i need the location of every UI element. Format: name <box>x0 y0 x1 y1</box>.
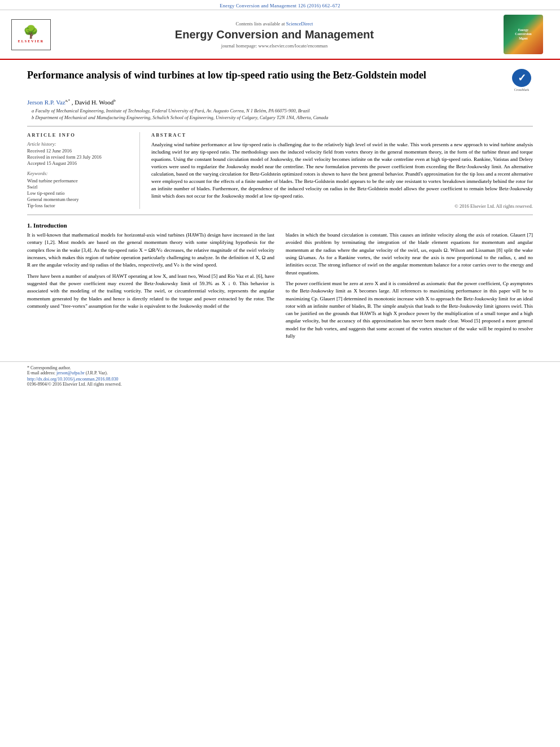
article-title: Performance analysis of wind turbines at… <box>27 69 510 82</box>
body-para-4: The power coefficient must be zero at ze… <box>286 280 533 340</box>
crossmark-circle: ✓ <box>512 69 531 87</box>
body-para-1: It is well-known that mathematical model… <box>27 231 274 269</box>
author1-link[interactable]: Jerson R.P. Vaz <box>27 99 65 106</box>
journal-banner: 🌳 ELSEVIER Contents lists available at S… <box>0 10 560 60</box>
body-col-left: It is well-known that mathematical model… <box>27 231 274 343</box>
info-abstract-section: ARTICLE INFO Article history: Received 1… <box>27 132 533 209</box>
journal-title: Energy Conversion and Management <box>56 28 492 41</box>
issn-line: 0196-8904/© 2016 Elsevier Ltd. All right… <box>27 382 121 387</box>
author2-name: , David H. Wood <box>72 99 113 106</box>
keywords-label: Keywords: <box>27 171 132 176</box>
history-label: Article history: <box>27 141 132 147</box>
copyright-line: © 2016 Elsevier Ltd. All rights reserved… <box>151 203 533 209</box>
journal-doi-text: Energy Conversion and Management 126 (20… <box>220 3 340 8</box>
footer-bar: * Corresponding author. E-mail address: … <box>0 361 560 390</box>
corresponding-author-note: * Corresponding author. <box>27 365 121 370</box>
article-title-section: Performance analysis of wind turbines at… <box>27 69 533 94</box>
author1-sup: a,* <box>65 98 70 103</box>
affiliation-a: a Faculty of Mechanical Engineering, Ins… <box>27 108 533 113</box>
journal-thumbnail: EnergyConversionMgmt <box>504 15 543 54</box>
footer-left: * Corresponding author. E-mail address: … <box>27 365 121 387</box>
sciencedirect-link[interactable]: ScienceDirect <box>286 21 313 27</box>
crossmark-logo[interactable]: ✓ CrossMark <box>510 69 533 91</box>
article-info-label: ARTICLE INFO <box>27 132 132 138</box>
journal-doi-bar: Energy Conversion and Management 126 (20… <box>0 0 560 10</box>
article-info-col: ARTICLE INFO Article history: Received 1… <box>27 132 140 209</box>
body-two-col: It is well-known that mathematical model… <box>27 231 533 343</box>
banner-left: 🌳 ELSEVIER <box>11 19 51 50</box>
banner-center: Contents lists available at ScienceDirec… <box>51 21 498 49</box>
elsevier-tree-icon: 🌳 <box>23 26 39 38</box>
author2-sup: b <box>113 98 116 103</box>
article-container: Performance analysis of wind turbines at… <box>0 60 560 352</box>
elsevier-logo: 🌳 ELSEVIER <box>11 19 51 50</box>
authors-line: Jerson R.P. Vaza,* , David H. Woodb <box>27 98 533 106</box>
crossmark-symbol: ✓ <box>518 72 526 84</box>
email-label: E-mail address: <box>27 370 55 375</box>
email-link[interactable]: jerson@ufpa.br <box>56 370 85 375</box>
doi-link[interactable]: http://dx.doi.org/10.1016/j.enconman.201… <box>27 377 118 382</box>
keyword-4: General momentum theory <box>27 196 132 202</box>
contents-line: Contents lists available at ScienceDirec… <box>56 21 492 27</box>
received-revised-date: Received in revised form 23 July 2016 <box>27 154 132 160</box>
divider-2 <box>27 215 533 215</box>
doi-link-line: http://dx.doi.org/10.1016/j.enconman.201… <box>27 375 121 382</box>
received-date: Received 12 June 2016 <box>27 148 132 154</box>
body-para-3: blades in which the bound circulation is… <box>286 231 533 277</box>
crossmark-label: CrossMark <box>514 88 530 91</box>
keyword-5: Tip-loss factor <box>27 203 132 208</box>
divider-1 <box>27 126 533 126</box>
contents-text: Contents lists available at <box>236 21 285 27</box>
banner-right: EnergyConversionMgmt <box>498 15 549 54</box>
body-para-2: There have been a number of analyses of … <box>27 273 274 311</box>
journal-homepage: journal homepage: www.elsevier.com/locat… <box>56 43 492 49</box>
keyword-3: Low tip-speed ratio <box>27 190 132 196</box>
keyword-2: Swirl <box>27 184 132 190</box>
body-col-right: blades in which the bound circulation is… <box>286 231 533 343</box>
abstract-col: ABSTRACT Analyzing wind turbine performa… <box>151 132 533 209</box>
email-line: E-mail address: jerson@ufpa.br (J.R.P. V… <box>27 370 121 375</box>
thumbnail-text: EnergyConversionMgmt <box>515 28 531 41</box>
elsevier-logo-text: ELSEVIER <box>18 40 44 43</box>
accepted-date: Accepted 15 August 2016 <box>27 160 132 166</box>
email-person: (J.R.P. Vaz). <box>86 370 108 375</box>
abstract-text: Analyzing wind turbine performance at lo… <box>151 141 533 200</box>
section1-heading: 1. Introduction <box>27 222 533 229</box>
affiliation-b: b Department of Mechanical and Manufactu… <box>27 115 533 120</box>
abstract-label: ABSTRACT <box>151 132 533 138</box>
keyword-1: Wind turbine performance <box>27 178 132 184</box>
body-section: 1. Introduction It is well-known that ma… <box>27 222 533 343</box>
